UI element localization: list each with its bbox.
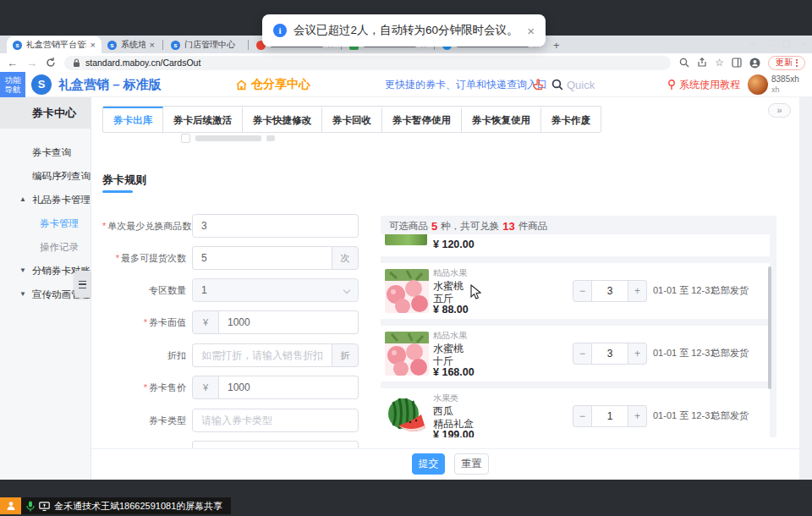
field-label: 专区数量: [102, 284, 192, 297]
quantity-input[interactable]: [591, 280, 628, 302]
site-favicon: s: [13, 41, 22, 50]
valid-date-range: 01-01 至 12-31: [653, 284, 715, 297]
window-maximize-button[interactable]: [778, 36, 795, 53]
tab-card-suspend[interactable]: 券卡暂停使用: [382, 107, 462, 132]
discount-input[interactable]: [192, 343, 332, 367]
min-exchange-input[interactable]: [192, 214, 359, 238]
profile-icon[interactable]: [749, 58, 760, 69]
product-image-peach: [385, 269, 429, 313]
share-center-link[interactable]: 仓分享中心: [235, 72, 310, 97]
label-text: 券卡类型: [149, 415, 186, 425]
expand-chevrons-button[interactable]: »: [768, 103, 791, 118]
product-row-watermelon: 水果类 西瓜 精品礼盒 ¥ 199.00 − + 01-01 至 12-31 总…: [381, 388, 770, 437]
sidebar-item-card-management[interactable]: 券卡管理: [0, 211, 91, 235]
screen: s 礼盒营销平台管理中心 × s 系统培训学习 × s 门店管理中心 ×: [0, 0, 812, 516]
window-controls: – ×: [744, 36, 812, 53]
screen-share-indicator[interactable]: 金禾通技术王斌18662591081的屏幕共享: [0, 497, 231, 514]
tab-card-later-activation[interactable]: 券卡后续激活: [163, 107, 243, 132]
tab-close-icon[interactable]: ×: [91, 41, 96, 50]
side-panel-icon[interactable]: [732, 58, 742, 68]
form-footer: 提交 重置: [91, 448, 799, 480]
plus-button[interactable]: +: [628, 343, 647, 365]
minus-button[interactable]: −: [573, 280, 591, 302]
bookmark-star-icon[interactable]: ☆: [715, 57, 724, 69]
reset-button[interactable]: 重置: [454, 453, 489, 475]
window-close-button[interactable]: ×: [795, 36, 812, 53]
browser-tab-1[interactable]: s 礼盒营销平台管理中心 ×: [7, 36, 102, 53]
form-row-face-value: *券卡面值 ¥: [102, 310, 359, 334]
sale-price-input[interactable]: [219, 376, 359, 399]
quantity-input[interactable]: [591, 405, 628, 427]
max-pickup-input[interactable]: [192, 246, 332, 270]
tab-card-recycle[interactable]: 券卡回收: [322, 107, 382, 132]
sidebar-item-code-sequence-query[interactable]: 编码序列查询: [0, 164, 91, 188]
label-text: 专区数量: [149, 285, 186, 295]
plus-button[interactable]: +: [628, 280, 647, 302]
tab-card-resume[interactable]: 券卡恢复使用: [462, 107, 541, 132]
app-logo: S: [31, 74, 52, 95]
summary-text: 件商品: [518, 220, 548, 233]
product-image-partial: [385, 234, 427, 245]
minus-button[interactable]: −: [573, 405, 591, 427]
page-tabs: 券卡出库 券卡后续激活 券卡快捷修改 券卡回收 券卡暂停使用 券卡恢复使用 券卡…: [102, 106, 601, 133]
sidebar-item-card-query[interactable]: 券卡查询: [0, 140, 91, 164]
share-bar: 金禾通技术王斌18662591081的屏幕共享: [21, 497, 231, 514]
product-image-watermelon: [385, 394, 429, 437]
product-price: ¥ 120.00: [433, 239, 475, 250]
card-type-input[interactable]: [192, 409, 359, 432]
quick-search-label: Quick: [567, 79, 595, 91]
browser-window: s 礼盒营销平台管理中心 × s 系统培训学习 × s 门店管理中心 ×: [0, 36, 812, 480]
zoom-icon[interactable]: [679, 58, 689, 68]
tab-card-outbound[interactable]: 券卡出库: [103, 107, 163, 132]
quick-search[interactable]: Quick: [551, 72, 595, 97]
quantity-stepper: − +: [573, 343, 647, 365]
valid-date-range: 01-01 至 12-31: [653, 409, 715, 422]
field-label: 折扣: [102, 349, 192, 362]
face-value-input[interactable]: [219, 310, 359, 334]
sidebar-collapse-handle[interactable]: [74, 271, 91, 298]
new-tab-button[interactable]: +: [553, 39, 560, 52]
sidebar-item-label: 券卡管理: [40, 218, 79, 228]
user-avatar[interactable]: [748, 74, 768, 95]
plus-button[interactable]: +: [628, 405, 647, 427]
forward-icon[interactable]: →: [26, 57, 37, 69]
user-name: 8385xh xh: [771, 74, 799, 96]
quantity-input[interactable]: [591, 343, 628, 365]
browser-menu-chevron-icon[interactable]: [744, 36, 761, 53]
url-bar[interactable]: standard.maboy.cn/CardsOut: [64, 56, 671, 70]
product-kind-count: 5: [431, 220, 437, 233]
minus-button[interactable]: −: [573, 343, 591, 365]
section-title-underline: [102, 190, 133, 193]
form-row-max-pickup: *最多可提货次数 次: [102, 246, 359, 270]
product-image-peach: [385, 332, 429, 376]
tab-card-quick-modify[interactable]: 券卡快捷修改: [243, 107, 322, 132]
partial-next-input: [192, 441, 359, 448]
toast-close-icon[interactable]: ×: [527, 24, 535, 38]
currency-addon: ¥: [192, 310, 219, 334]
label-text: 折扣: [167, 350, 186, 360]
back-icon[interactable]: ←: [7, 57, 18, 69]
sidebar-group-gift-card-management[interactable]: ▲礼品券卡管理: [0, 188, 91, 211]
window-minimize-button[interactable]: –: [761, 36, 778, 53]
submit-button[interactable]: 提交: [412, 453, 445, 475]
user-id: 8385xh: [771, 74, 799, 85]
tab-card-void[interactable]: 券卡作废: [541, 107, 601, 132]
form-row-min-exchange: *单次最少兑换商品数: [102, 214, 359, 238]
tab-close-icon[interactable]: ×: [150, 41, 155, 50]
refresh-icon[interactable]: [46, 58, 56, 68]
function-nav-toggle[interactable]: 功能 导航: [0, 72, 25, 97]
zone-count-select[interactable]: 1: [192, 278, 359, 302]
sidebar-item-operation-log[interactable]: 操作记录: [0, 235, 91, 259]
tutorial-link[interactable]: 系统使用教程: [667, 72, 740, 97]
share-icon[interactable]: [697, 58, 707, 68]
products-scrollbar[interactable]: [768, 266, 771, 389]
browser-tab-2[interactable]: s 系统培训学习 ×: [102, 36, 161, 53]
product-row-partial: ¥ 120.00: [381, 234, 770, 256]
triangle-down-icon: ▼: [19, 259, 26, 283]
browser-update-button[interactable]: 更新: [768, 56, 805, 70]
browser-tab-3[interactable]: s 门店管理中心: [165, 36, 246, 53]
sharer-avatar-box: [0, 497, 21, 514]
quick-entry-link[interactable]: 更快捷的券卡、订单和快递查询入口: [385, 72, 547, 97]
label-text: 券卡售价: [149, 382, 186, 392]
product-row-peach-5: 精品水果 水蜜桃 五斤 ¥ 88.00 − + 01-01 至 12-31 总部…: [381, 263, 770, 319]
